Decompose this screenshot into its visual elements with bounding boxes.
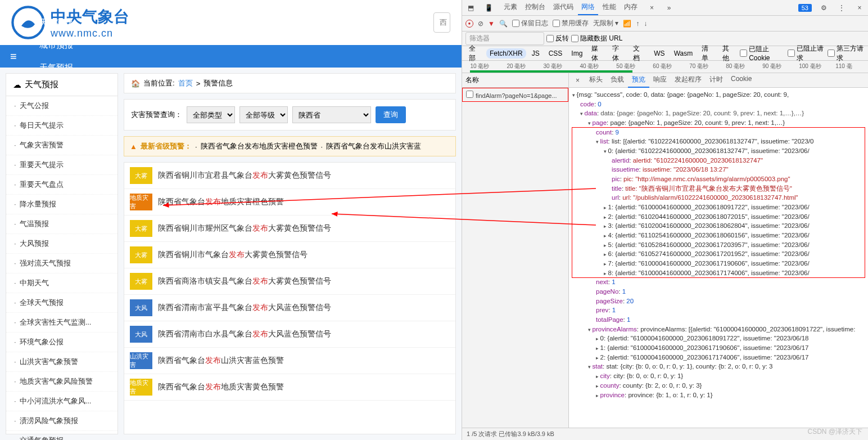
warn-b[interactable]: 陕西省气象台发布山洪灾害蓝 <box>326 141 421 151</box>
cloud-icon: ☁ <box>13 80 21 90</box>
filter-category[interactable]: Img <box>568 48 586 59</box>
devtools-tab[interactable]: 元素 <box>500 0 521 15</box>
blocked-req-cb[interactable]: 已阻止请求 <box>788 44 825 63</box>
preview-tab[interactable]: 负载 <box>607 73 628 88</box>
preview-tab[interactable]: 计时 <box>706 73 727 88</box>
disable-cache-cb[interactable]: 禁用缓存 <box>553 19 589 28</box>
kebab-icon[interactable]: ⋮ <box>835 4 848 12</box>
sidebar-item[interactable]: 渍涝风险气象预报 <box>6 411 117 431</box>
third-party-cb[interactable]: 第三方请求 <box>828 44 865 63</box>
preview-tab[interactable]: 标头 <box>585 73 607 88</box>
upload-icon[interactable]: ↑ <box>636 20 639 28</box>
record-icon[interactable]: ● <box>465 20 473 28</box>
alarm-item[interactable]: 大雾陕西省铜川市宜君县气象台发布大雾黄色预警信号 <box>124 163 455 189</box>
element-picker-icon[interactable]: ⬒ <box>464 4 477 12</box>
alarm-icon: 地质灾害 <box>130 194 152 210</box>
alarm-icon: 大雾 <box>130 246 152 263</box>
wifi-icon[interactable]: 📶 <box>623 20 631 28</box>
devtools-tab[interactable]: 控制台 <box>522 0 549 15</box>
filter-category[interactable]: Fetch/XHR <box>486 48 526 59</box>
filter-icon[interactable]: ▼ <box>488 20 495 28</box>
breadcrumb: 🏠 当前位置: 首页 > 预警信息 <box>124 73 456 93</box>
sidebar: ☁天气预报 天气公报每日天气提示气象灾害预警重要天气提示重要天气盘点降水量预报气… <box>6 73 118 434</box>
alarm-icon: 大雾 <box>130 273 152 290</box>
error-badge[interactable]: 53 <box>798 4 812 12</box>
warn-icon: ▲ <box>130 142 137 151</box>
download-icon[interactable]: ↓ <box>644 20 647 28</box>
sidebar-item[interactable]: 大风预报 <box>6 234 117 254</box>
invert-cb[interactable]: 反转 <box>546 34 569 43</box>
devtools-tab[interactable]: 内存 <box>621 0 641 15</box>
json-preview[interactable]: {msg: "success", code: 0, data: {page: {… <box>569 88 868 428</box>
devtools-tab[interactable]: 性能 <box>599 0 620 15</box>
sidebar-item[interactable]: 中小河流洪水气象风... <box>6 392 117 411</box>
preview-tab[interactable]: 响应 <box>649 73 671 88</box>
query-button[interactable]: 查询 <box>376 106 406 123</box>
bc-current: 预警信息 <box>204 78 233 88</box>
alarm-item[interactable]: 大风陕西省渭南市富平县气象台发布大风蓝色预警信号 <box>124 295 455 321</box>
sidebar-item[interactable]: 气象灾害预警 <box>6 136 117 155</box>
throttle-select[interactable]: 无限制 ▾ <box>593 19 618 28</box>
sidebar-item[interactable]: 每日天气提示 <box>6 116 117 136</box>
alarm-item[interactable]: 大风陕西省渭南市白水县气象台发布大风蓝色预警信号 <box>124 321 455 348</box>
hamburger-icon[interactable]: ≡ <box>0 50 27 63</box>
preserve-log-cb[interactable]: 保留日志 <box>512 19 548 28</box>
alarm-item[interactable]: 大雾陕西省铜川市耀州区气象台发布大雾黄色预警信号 <box>124 215 455 242</box>
gear-icon[interactable]: ⚙ <box>817 4 830 12</box>
sidebar-item[interactable]: 环境气象公报 <box>6 333 117 352</box>
filter-category[interactable]: Wasm <box>671 48 697 59</box>
filter-category[interactable]: JS <box>528 48 543 59</box>
alarm-item[interactable]: 地质灾害陕西省气象台发布地质灾害橙色预警 <box>124 189 455 215</box>
sidebar-item[interactable]: 气温预报 <box>6 214 117 234</box>
devtools-tab[interactable]: 源代码 <box>550 0 577 15</box>
more-tabs-icon[interactable]: » <box>663 4 675 12</box>
alarm-item[interactable]: 大雾陕西省铜川市气象台发布大雾黄色预警信号 <box>124 242 455 268</box>
sidebar-item[interactable]: 全球灾害性天气监测... <box>6 313 117 333</box>
sidebar-item[interactable]: 山洪灾害气象预警 <box>6 352 117 372</box>
devtools-tab[interactable]: 网络 <box>578 0 598 15</box>
search-input[interactable]: 西 <box>433 12 450 33</box>
level-select[interactable]: 全部等级 <box>239 106 288 123</box>
blocked-cookie-cb[interactable]: 已阻止 Cookie <box>740 44 785 62</box>
alarm-item[interactable]: 大雾陕西省商洛市镇安县气象台发布大雾黄色预警信号 <box>124 268 455 295</box>
devtools-close-icon[interactable]: × <box>853 4 866 12</box>
waterfall[interactable]: 10 毫秒20 毫秒30 毫秒40 毫秒50 毫秒60 毫秒70 毫秒80 毫秒… <box>462 61 868 73</box>
tab-close-icon[interactable]: × <box>647 2 657 14</box>
watermark: CSDN @泽济天下 <box>807 427 862 437</box>
alarm-item[interactable]: 地质灾害陕西省气象台发布地质灾害黄色预警 <box>124 374 455 401</box>
sidebar-item[interactable]: 全球天气预报 <box>6 293 117 313</box>
request-row[interactable]: findAlarm?pageNo=1&page... <box>462 88 568 102</box>
search-req-icon[interactable]: 🔍 <box>499 20 508 28</box>
alarm-icon: 山洪灾害 <box>130 352 152 369</box>
province-select[interactable]: 陕西省 <box>292 106 371 123</box>
warn-a[interactable]: 陕西省气象台发布地质灾害橙色预警 <box>201 141 318 151</box>
warn-bar: ▲ 最新省级预警： · 陕西省气象台发布地质灾害橙色预警 · 陕西省气象台发布山… <box>124 136 456 156</box>
preview-tab[interactable]: Cookie <box>727 73 756 88</box>
device-icon[interactable]: 📱 <box>482 4 495 12</box>
sidebar-item[interactable]: 重要天气盘点 <box>6 175 117 195</box>
sidebar-item[interactable]: 天气公报 <box>6 96 117 116</box>
nav-item[interactable]: 首页 <box>27 0 85 11</box>
sidebar-title: ☁天气预报 <box>6 74 117 96</box>
sidebar-item[interactable]: 中期天气 <box>6 273 117 293</box>
hide-data-cb[interactable]: 隐藏数据 URL <box>571 34 622 43</box>
warn-title: 最新省级预警： <box>141 141 192 151</box>
sidebar-item[interactable]: 地质灾害气象风险预警 <box>6 372 117 392</box>
preview-tab[interactable]: 发起程序 <box>671 73 706 88</box>
type-select[interactable]: 全部类型 <box>187 106 235 123</box>
filter-category[interactable]: WS <box>650 48 668 59</box>
clear-icon[interactable]: ⊘ <box>478 20 483 28</box>
sidebar-item[interactable]: 强对流天气预报 <box>6 254 117 273</box>
alarm-item[interactable]: 山洪灾害陕西省气象台发布山洪灾害蓝色预警 <box>124 348 455 374</box>
nav-item[interactable]: 天气实况 <box>27 11 85 34</box>
home-icon[interactable]: 🏠 <box>131 79 140 88</box>
sidebar-item[interactable]: 交通气象预报 <box>6 431 117 440</box>
nav-item[interactable]: 城市预报 <box>27 34 85 56</box>
filter-category[interactable]: CSS <box>545 48 566 59</box>
sidebar-item[interactable]: 重要天气提示 <box>6 155 117 175</box>
sidebar-item[interactable]: 降水量预报 <box>6 195 117 214</box>
bc-home[interactable]: 首页 <box>178 78 193 88</box>
preview-tab[interactable]: 预览 <box>628 73 649 88</box>
close-preview-icon[interactable]: × <box>572 77 583 84</box>
main-nav: ≡ 首页天气实况城市预报天气预报台风海洋全球预报 <box>0 45 462 68</box>
